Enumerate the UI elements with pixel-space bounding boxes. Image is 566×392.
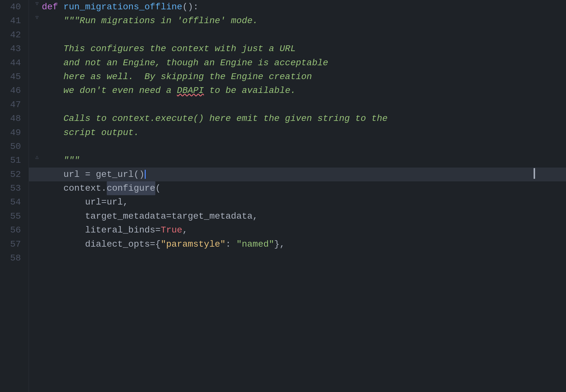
code-line-44: and not an Engine, though an Engine is a…	[29, 56, 566, 70]
line-number: 45	[6, 70, 23, 84]
code-text-40: def run_migrations_offline():	[42, 0, 566, 14]
code-content[interactable]: ▽ def run_migrations_offline(): ▽ """Run…	[29, 0, 566, 392]
token-docstring: to be available.	[204, 84, 296, 97]
line-number: 44	[6, 56, 23, 70]
code-line-43: This configures the context with just a …	[29, 42, 566, 56]
code-text-47	[42, 98, 566, 112]
token-normal: },	[274, 237, 285, 251]
fold-gutter-40[interactable]: ▽	[32, 0, 42, 8]
line-number: 52	[6, 168, 23, 181]
code-text-45: here as well. By skipping the Engine cre…	[42, 70, 566, 84]
token-docstring: """	[42, 153, 80, 167]
code-text-43: This configures the context with just a …	[42, 42, 566, 56]
token-normal: target_metadata=target_metadata,	[42, 209, 258, 223]
code-line-48: Calls to context.execute() here emit the…	[29, 112, 566, 125]
code-line-49: script output.	[29, 126, 566, 140]
token-docstring: This configures the context with just a …	[42, 42, 296, 56]
line-number: 53	[6, 181, 23, 195]
line-number: 47	[6, 98, 23, 112]
token-normal: dialect_opts={	[42, 237, 161, 251]
token-normal: url = get_url()	[42, 168, 144, 181]
code-line-55: target_metadata=target_metadata,	[29, 209, 566, 223]
line-number: 41	[6, 14, 23, 28]
token-docstring: """Run migrations in 'offline' mode.	[42, 14, 258, 28]
code-text-48: Calls to context.execute() here emit the…	[42, 112, 566, 125]
code-text-53: context.configure(	[42, 181, 566, 195]
code-line-51: △ """	[29, 153, 566, 167]
token-true: True	[161, 223, 182, 237]
line-number: 42	[6, 28, 23, 42]
line-number: 55	[6, 209, 23, 223]
code-line-47	[29, 98, 566, 112]
line-number: 58	[6, 251, 23, 265]
code-line-46: we don't even need a DBAPI to be availab…	[29, 84, 566, 97]
line-numbers: 40 41 42 43 44 45 46 47 48 49 50 51 52 5…	[0, 0, 29, 392]
code-line-52: url = get_url() ┃	[29, 168, 566, 181]
code-line-53: context.configure(	[29, 181, 566, 195]
code-line-41: ▽ """Run migrations in 'offline' mode.	[29, 14, 566, 28]
line-number: 56	[6, 223, 23, 237]
token-docstring-underline: DBAPI	[177, 84, 204, 97]
token-docstring: we don't even need a	[42, 84, 177, 97]
code-line-45: here as well. By skipping the Engine cre…	[29, 70, 566, 84]
line-number: 54	[6, 195, 23, 209]
code-text-56: literal_binds=True,	[42, 223, 566, 237]
token-normal: context.	[42, 181, 107, 195]
cursor	[145, 170, 146, 179]
code-line-50	[29, 140, 566, 153]
code-text-44: and not an Engine, though an Engine is a…	[42, 56, 566, 70]
code-text-58	[42, 251, 566, 265]
line-number: 43	[6, 42, 23, 56]
line-number: 50	[6, 140, 23, 153]
token-def: def	[42, 0, 63, 14]
line-number: 46	[6, 84, 23, 97]
line-number: 51	[6, 153, 23, 167]
token-str-key: "paramstyle"	[161, 237, 226, 251]
fold-icon-40[interactable]: ▽	[35, 0, 39, 8]
token-str-val: "named"	[236, 237, 274, 251]
token-highlight-configure: configure	[107, 181, 155, 195]
token-normal: :	[225, 237, 236, 251]
code-line-42	[29, 28, 566, 42]
code-line-57: dialect_opts={"paramstyle": "named"},	[29, 237, 566, 251]
fold-gutter-41[interactable]: ▽	[32, 14, 42, 22]
code-text-54: url=url,	[42, 195, 566, 209]
token-docstring: here as well. By skipping the Engine cre…	[42, 70, 312, 84]
token-docstring: script output.	[42, 126, 139, 140]
code-text-55: target_metadata=target_metadata,	[42, 209, 566, 223]
code-text-49: script output.	[42, 126, 566, 140]
code-line-56: literal_binds=True,	[29, 223, 566, 237]
code-text-42	[42, 28, 566, 42]
token-normal: ,	[182, 223, 188, 237]
code-text-52: url = get_url()	[42, 168, 566, 181]
code-text-57: dialect_opts={"paramstyle": "named"},	[42, 237, 566, 251]
line-number: 57	[6, 237, 23, 251]
fold-gutter-51[interactable]: △	[32, 153, 42, 161]
code-line-54: url=url,	[29, 195, 566, 209]
token-normal: (	[155, 181, 161, 195]
token-normal: ():	[182, 0, 198, 14]
line-number: 48	[6, 112, 23, 125]
code-text-51: """	[42, 153, 566, 167]
code-text-50	[42, 140, 566, 153]
code-text-41: """Run migrations in 'offline' mode.	[42, 14, 566, 28]
token-normal: literal_binds=	[42, 223, 161, 237]
line-number: 49	[6, 126, 23, 140]
fold-icon-51[interactable]: △	[35, 153, 39, 161]
fold-icon-41[interactable]: ▽	[35, 14, 39, 22]
mouse-cursor-icon: ┃	[532, 168, 537, 181]
code-line-40: ▽ def run_migrations_offline():	[29, 0, 566, 14]
line-number: 40	[6, 0, 23, 14]
token-docstring: and not an Engine, though an Engine is a…	[42, 56, 328, 70]
token-fn-name: run_migrations_offline	[63, 0, 182, 14]
code-editor: 40 41 42 43 44 45 46 47 48 49 50 51 52 5…	[0, 0, 566, 392]
token-docstring: Calls to context.execute() here emit the…	[42, 112, 388, 125]
token-normal: url=url,	[42, 195, 128, 209]
code-line-58	[29, 251, 566, 265]
code-text-46: we don't even need a DBAPI to be availab…	[42, 84, 566, 97]
